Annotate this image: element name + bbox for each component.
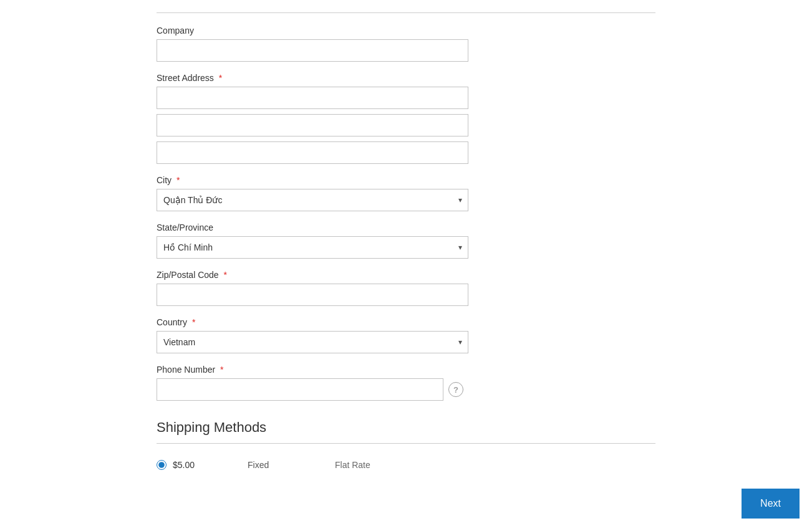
state-label-text: State/Province [157, 222, 213, 232]
street-address-input-2[interactable] [157, 114, 468, 136]
street-address-required-marker: * [219, 73, 222, 83]
state-select-wrapper: Hồ Chí Minh ▾ [157, 236, 468, 259]
shipping-method-name: Flat Rate [335, 460, 370, 470]
zip-label-text: Zip/Postal Code [157, 270, 219, 280]
shipping-methods-section: Shipping Methods $5.00 Fixed Flat Rate [157, 419, 655, 475]
top-divider [157, 12, 655, 13]
zip-required-marker: * [224, 270, 227, 280]
city-label: City * [157, 175, 655, 185]
zip-label: Zip/Postal Code * [157, 270, 655, 280]
phone-input-wrapper: ? [157, 378, 655, 401]
city-label-text: City [157, 175, 172, 185]
phone-label: Phone Number * [157, 365, 655, 375]
shipping-price: $5.00 [173, 460, 210, 470]
country-select-wrapper: Vietnam ▾ [157, 331, 468, 353]
phone-required-marker: * [220, 365, 223, 375]
city-select[interactable]: Quận Thủ Đức [157, 189, 468, 211]
shipping-type: Fixed [248, 460, 297, 470]
street-address-input-1[interactable] [157, 87, 468, 109]
phone-field-group: Phone Number * ? [157, 365, 655, 401]
shipping-method-row: $5.00 Fixed Flat Rate [157, 455, 655, 475]
city-required-marker: * [176, 175, 180, 185]
company-input[interactable] [157, 39, 468, 62]
country-label: Country * [157, 317, 655, 327]
street-address-field-group: Street Address * [157, 73, 655, 164]
zip-field-group: Zip/Postal Code * [157, 270, 655, 306]
company-field-group: Company [157, 26, 655, 62]
state-field-group: State/Province Hồ Chí Minh ▾ [157, 222, 655, 259]
country-select[interactable]: Vietnam [157, 331, 468, 353]
phone-help-icon[interactable]: ? [448, 382, 463, 397]
city-select-wrapper: Quận Thủ Đức ▾ [157, 189, 468, 211]
state-select[interactable]: Hồ Chí Minh [157, 236, 468, 259]
phone-input[interactable] [157, 378, 443, 401]
country-label-text: Country [157, 317, 187, 327]
state-label: State/Province [157, 222, 655, 232]
zip-input[interactable] [157, 284, 468, 306]
street-address-label-text: Street Address [157, 73, 214, 83]
shipping-methods-title: Shipping Methods [157, 419, 655, 436]
street-address-label: Street Address * [157, 73, 655, 83]
street-address-input-3[interactable] [157, 141, 468, 164]
country-field-group: Country * Vietnam ▾ [157, 317, 655, 353]
shipping-methods-divider [157, 443, 655, 444]
company-label: Company [157, 26, 655, 36]
phone-label-text: Phone Number [157, 365, 215, 375]
company-label-text: Company [157, 26, 194, 36]
country-required-marker: * [192, 317, 195, 327]
shipping-radio-wrapper: $5.00 [157, 460, 210, 470]
city-field-group: City * Quận Thủ Đức ▾ [157, 175, 655, 211]
shipping-flat-rate-radio[interactable] [157, 460, 167, 470]
